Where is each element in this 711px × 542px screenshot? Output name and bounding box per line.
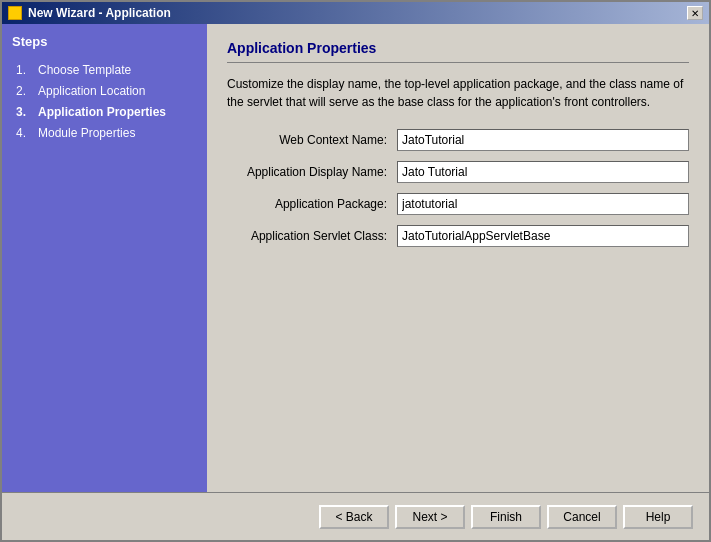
step-item-4: 4.Module Properties	[12, 124, 197, 142]
wizard-window: New Wizard - Application ✕ Steps 1.Choos…	[0, 0, 711, 542]
steps-list: 1.Choose Template2.Application Location3…	[12, 61, 197, 145]
sidebar-title: Steps	[12, 34, 197, 49]
next-button[interactable]: Next >	[395, 505, 465, 529]
main-panel: Application Properties Customize the dis…	[207, 24, 709, 492]
title-bar-left: New Wizard - Application	[8, 6, 171, 20]
form-input-app-display-name[interactable]	[397, 161, 689, 183]
step-number-1: 1.	[16, 63, 32, 77]
close-button[interactable]: ✕	[687, 6, 703, 20]
window-title: New Wizard - Application	[28, 6, 171, 20]
finish-button[interactable]: Finish	[471, 505, 541, 529]
form-input-web-context-name[interactable]	[397, 129, 689, 151]
form-row-1: Web Context Name:	[227, 129, 689, 151]
step-label-4: Module Properties	[38, 126, 135, 140]
form-label-3: Application Package:	[227, 197, 397, 211]
form-row-3: Application Package:	[227, 193, 689, 215]
step-label-1: Choose Template	[38, 63, 131, 77]
back-button[interactable]: < Back	[319, 505, 389, 529]
step-number-4: 4.	[16, 126, 32, 140]
form-input-app-servlet-class[interactable]	[397, 225, 689, 247]
panel-title: Application Properties	[227, 40, 689, 63]
cancel-button[interactable]: Cancel	[547, 505, 617, 529]
help-button[interactable]: Help	[623, 505, 693, 529]
form-row-2: Application Display Name:	[227, 161, 689, 183]
form-label-4: Application Servlet Class:	[227, 229, 397, 243]
step-number-3: 3.	[16, 105, 32, 119]
step-item-3: 3.Application Properties	[12, 103, 197, 121]
wizard-icon	[8, 6, 22, 20]
form-area: Web Context Name:Application Display Nam…	[227, 129, 689, 247]
form-row-4: Application Servlet Class:	[227, 225, 689, 247]
footer: < Back Next > Finish Cancel Help	[2, 492, 709, 540]
form-label-1: Web Context Name:	[227, 133, 397, 147]
step-label-3: Application Properties	[38, 105, 166, 119]
title-bar: New Wizard - Application ✕	[2, 2, 709, 24]
step-item-1: 1.Choose Template	[12, 61, 197, 79]
step-number-2: 2.	[16, 84, 32, 98]
form-input-app-package[interactable]	[397, 193, 689, 215]
sidebar: Steps 1.Choose Template2.Application Loc…	[2, 24, 207, 492]
description-text: Customize the display name, the top-leve…	[227, 75, 689, 111]
content-area: Steps 1.Choose Template2.Application Loc…	[2, 24, 709, 492]
step-label-2: Application Location	[38, 84, 145, 98]
form-label-2: Application Display Name:	[227, 165, 397, 179]
step-item-2: 2.Application Location	[12, 82, 197, 100]
